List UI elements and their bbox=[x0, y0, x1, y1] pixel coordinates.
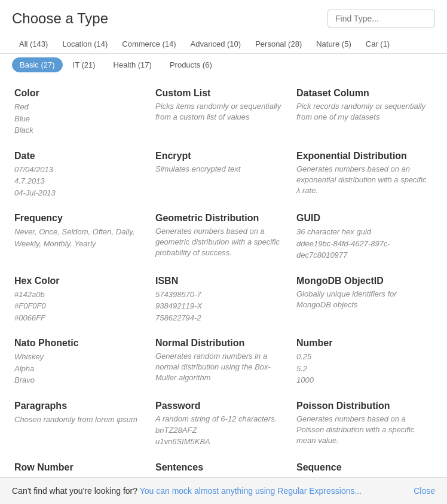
subtab-products[interactable]: Products (6) bbox=[162, 57, 220, 72]
banner-link[interactable]: You can mock almost anything using Regul… bbox=[140, 486, 362, 496]
types-grid: Color RedBlueBlack Custom List Picks ite… bbox=[0, 76, 447, 494]
subtab-health[interactable]: Health (17) bbox=[106, 57, 160, 72]
bottom-banner: Can't find what you're looking for? You … bbox=[0, 477, 447, 504]
list-item[interactable]: Dataset Column Pick records randomly or … bbox=[294, 82, 435, 145]
tab-commerce[interactable]: Commerce (14) bbox=[115, 35, 183, 53]
banner-question: Can't find what you're looking for? bbox=[12, 486, 137, 496]
page-title: Choose a Type bbox=[12, 10, 108, 27]
tab-advanced[interactable]: Advanced (10) bbox=[183, 35, 249, 53]
list-item[interactable]: Poisson Distribution Generates numbers b… bbox=[294, 395, 435, 456]
subtabs-row: Basic (27) IT (21) Health (17) Products … bbox=[0, 54, 447, 76]
tab-all[interactable]: All (143) bbox=[12, 35, 55, 53]
list-item[interactable]: ISBN 574398570-7938492119-X758622794-2 bbox=[153, 270, 294, 332]
content-area: Color RedBlueBlack Custom List Picks ite… bbox=[0, 76, 447, 494]
close-button[interactable]: Close bbox=[414, 486, 435, 496]
list-item[interactable]: Color RedBlueBlack bbox=[12, 82, 153, 145]
list-item[interactable]: Nato Phonetic WhiskeyAlphaBravo bbox=[12, 332, 153, 395]
top-tabs: All (143) Location (14) Commerce (14) Ad… bbox=[0, 35, 447, 54]
list-item[interactable]: Geometric Distribution Generates numbers… bbox=[153, 207, 294, 270]
list-item[interactable]: MongoDB ObjectID Globally unique identif… bbox=[294, 270, 435, 332]
list-item[interactable]: Password A random string of 6-12 charact… bbox=[153, 395, 294, 456]
list-item[interactable]: Hex Color #142a0b#F0F0F0#0066FF bbox=[12, 270, 153, 332]
tab-nature[interactable]: Nature (5) bbox=[309, 35, 359, 53]
list-item[interactable]: Paragraphs Chosen randomly from lorem ip… bbox=[12, 395, 153, 456]
subtab-basic[interactable]: Basic (27) bbox=[12, 57, 63, 72]
list-item[interactable]: Number 0.255.21000 bbox=[294, 332, 435, 395]
list-item[interactable]: Frequency Never, Once, Seldom, Often, Da… bbox=[12, 207, 153, 270]
list-item[interactable]: Exponential Distribution Generates numbe… bbox=[294, 145, 435, 207]
tab-personal[interactable]: Personal (28) bbox=[248, 35, 309, 53]
tab-location[interactable]: Location (14) bbox=[55, 35, 115, 53]
list-item[interactable]: Normal Distribution Generates random num… bbox=[153, 332, 294, 395]
subtab-it[interactable]: IT (21) bbox=[65, 57, 103, 72]
list-item[interactable]: Custom List Picks items randomly or sequ… bbox=[153, 82, 294, 145]
tab-car[interactable]: Car (1) bbox=[359, 35, 397, 53]
header: Choose a Type bbox=[0, 0, 447, 35]
list-item[interactable]: Date 07/04/20134.7.201304-Jul-2013 bbox=[12, 145, 153, 207]
search-input[interactable] bbox=[327, 10, 435, 28]
list-item[interactable]: Encrypt Simulates encrypted text bbox=[153, 145, 294, 207]
list-item[interactable]: GUID 36 character hex guidddee19bc-84fd-… bbox=[294, 207, 435, 270]
